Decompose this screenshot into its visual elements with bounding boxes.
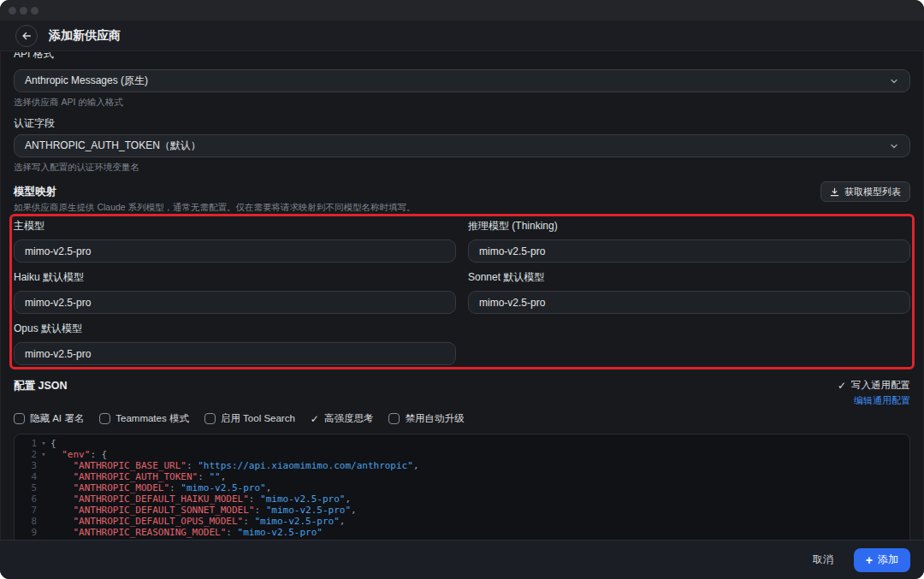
write-common-config-label: 写入通用配置 bbox=[851, 379, 910, 392]
chevron-down-icon bbox=[889, 141, 899, 151]
plus-icon: + bbox=[866, 554, 873, 566]
json-editor[interactable]: 1▾{2▾ "env": {3 "ANTHROPIC_BASE_URL": "h… bbox=[14, 434, 910, 540]
line-number: 6 bbox=[15, 493, 37, 505]
model-mapping-help: 如果供应商原生提供 Claude 系列模型，通常无需配置。仅在需要将请求映射到不… bbox=[14, 202, 910, 213]
auth-field-value: ANTHROPIC_AUTH_TOKEN（默认） bbox=[25, 139, 201, 153]
model-input-value: mimo-v2.5-pro bbox=[25, 297, 91, 309]
line-number: 8 bbox=[15, 516, 37, 527]
add-button[interactable]: + 添加 bbox=[854, 548, 910, 572]
line-number: 5 bbox=[15, 482, 37, 493]
fetch-models-button[interactable]: 获取模型列表 bbox=[820, 181, 910, 202]
api-format-select[interactable]: Anthropic Messages (原生) bbox=[14, 69, 910, 92]
code-line: 5 "ANTHROPIC_MODEL": "mimo-v2.5-pro", bbox=[15, 482, 909, 493]
field-label: 主模型 bbox=[14, 220, 456, 233]
toggle-label: 启用 Tool Search bbox=[221, 412, 295, 425]
window-titlebar bbox=[0, 0, 924, 21]
page-header: 添加新供应商 bbox=[0, 21, 924, 51]
config-toggle-row: 隐藏 AI 署名Teammates 模式启用 Tool Search✓高强度思考… bbox=[14, 412, 910, 425]
back-button[interactable] bbox=[15, 25, 38, 47]
code-text: "ANTHROPIC_AUTH_TOKEN": "", bbox=[50, 471, 909, 482]
model-mapping-grid: 主模型mimo-v2.5-pro推理模型 (Thinking)mimo-v2.5… bbox=[14, 220, 910, 365]
line-number: 1 bbox=[15, 438, 37, 449]
fold-caret-icon[interactable]: ▾ bbox=[37, 438, 50, 449]
fold-caret-icon[interactable]: ▾ bbox=[37, 449, 50, 460]
auth-field-select[interactable]: ANTHROPIC_AUTH_TOKEN（默认） bbox=[14, 134, 910, 157]
model-mapping-field: Haiku 默认模型mimo-v2.5-pro bbox=[14, 271, 456, 314]
toggle-label: 高强度思考 bbox=[324, 412, 374, 425]
code-text: "ANTHROPIC_DEFAULT_SONNET_MODEL": "mimo-… bbox=[50, 505, 909, 516]
field-label: Opus 默认模型 bbox=[14, 322, 456, 335]
config-json-label: 配置 JSON bbox=[14, 379, 68, 393]
field-label: Haiku 默认模型 bbox=[14, 271, 456, 284]
config-toggle[interactable]: Teammates 模式 bbox=[99, 412, 189, 425]
fold-spacer bbox=[37, 527, 50, 538]
code-line: 3 "ANTHROPIC_BASE_URL": "https://api.xia… bbox=[15, 460, 909, 471]
model-mapping-field: Opus 默认模型mimo-v2.5-pro bbox=[14, 322, 456, 365]
traffic-light-close[interactable] bbox=[9, 7, 16, 15]
model-mapping-field: 推理模型 (Thinking)mimo-v2.5-pro bbox=[468, 220, 910, 263]
traffic-light-zoom[interactable] bbox=[31, 7, 38, 15]
check-icon: ✓ bbox=[311, 414, 319, 424]
toggle-label: 隐藏 AI 署名 bbox=[30, 412, 84, 425]
code-line: 4 "ANTHROPIC_AUTH_TOKEN": "", bbox=[15, 471, 909, 482]
toggle-label: 禁用自动升级 bbox=[405, 412, 464, 425]
model-mapping-field: Sonnet 默认模型mimo-v2.5-pro bbox=[468, 271, 910, 314]
code-line: 9 "ANTHROPIC_REASONING_MODEL": "mimo-v2.… bbox=[15, 527, 909, 538]
code-line: 6 "ANTHROPIC_DEFAULT_HAIKU_MODEL": "mimo… bbox=[15, 493, 909, 505]
model-mapping-header: 模型映射 获取模型列表 bbox=[14, 181, 910, 202]
edit-common-config-link[interactable]: 编辑通用配置 bbox=[854, 394, 910, 407]
config-toggle[interactable]: ✓高强度思考 bbox=[311, 412, 374, 425]
model-mapping-title: 模型映射 bbox=[14, 185, 56, 199]
line-number: 2 bbox=[15, 449, 37, 460]
model-input[interactable]: mimo-v2.5-pro bbox=[468, 291, 910, 314]
config-toggle[interactable]: 禁用自动升级 bbox=[388, 412, 464, 425]
model-input-value: mimo-v2.5-pro bbox=[25, 348, 91, 360]
fold-spacer bbox=[37, 482, 50, 493]
model-input-value: mimo-v2.5-pro bbox=[479, 245, 545, 257]
code-text: "env": { bbox=[50, 449, 909, 460]
line-number: 3 bbox=[15, 460, 37, 471]
field-label: Sonnet 默认模型 bbox=[468, 271, 910, 284]
fold-spacer bbox=[37, 460, 50, 471]
config-json-options: ✓ 写入通用配置 编辑通用配置 bbox=[838, 379, 910, 407]
write-common-config-toggle[interactable]: ✓ 写入通用配置 bbox=[838, 379, 910, 392]
model-input[interactable]: mimo-v2.5-pro bbox=[14, 342, 456, 365]
checkbox-icon bbox=[388, 413, 400, 424]
download-icon bbox=[830, 187, 839, 197]
model-mapping-field: 主模型mimo-v2.5-pro bbox=[14, 220, 456, 263]
line-number: 7 bbox=[15, 505, 37, 516]
api-format-label: API 格式 bbox=[14, 52, 910, 61]
clipped-label-wrap: API 格式 bbox=[14, 52, 910, 62]
code-text: "ANTHROPIC_MODEL": "mimo-v2.5-pro", bbox=[50, 482, 909, 493]
model-input[interactable]: mimo-v2.5-pro bbox=[14, 291, 456, 314]
code-text: { bbox=[50, 438, 909, 449]
field-label: 推理模型 (Thinking) bbox=[468, 220, 910, 233]
line-number: 9 bbox=[15, 527, 37, 538]
fold-spacer bbox=[37, 505, 50, 516]
model-input[interactable]: mimo-v2.5-pro bbox=[468, 239, 910, 263]
cancel-button[interactable]: 取消 bbox=[804, 547, 842, 572]
code-text: "ANTHROPIC_DEFAULT_OPUS_MODEL": "mimo-v2… bbox=[50, 516, 909, 527]
code-line: 1▾{ bbox=[15, 438, 909, 449]
config-toggle[interactable]: 启用 Tool Search bbox=[204, 412, 295, 425]
fold-spacer bbox=[37, 516, 50, 527]
config-toggle[interactable]: 隐藏 AI 署名 bbox=[14, 412, 84, 425]
code-text: "ANTHROPIC_REASONING_MODEL": "mimo-v2.5-… bbox=[50, 527, 909, 538]
checkbox-icon bbox=[14, 413, 25, 424]
line-number: 4 bbox=[15, 471, 37, 482]
traffic-light-minimize[interactable] bbox=[20, 7, 27, 15]
add-button-label: 添加 bbox=[878, 552, 898, 567]
code-line: 8 "ANTHROPIC_DEFAULT_OPUS_MODEL": "mimo-… bbox=[15, 516, 909, 527]
api-format-help: 选择供应商 API 的输入格式 bbox=[14, 97, 910, 108]
code-line: 2▾ "env": { bbox=[15, 449, 909, 460]
check-icon: ✓ bbox=[838, 381, 846, 391]
code-text: "ANTHROPIC_BASE_URL": "https://api.xiaom… bbox=[50, 460, 909, 471]
chevron-down-icon bbox=[889, 76, 899, 86]
checkbox-icon bbox=[204, 413, 216, 424]
form-scroll-area[interactable]: API 格式 Anthropic Messages (原生) 选择供应商 API… bbox=[0, 52, 924, 540]
checkbox-icon bbox=[99, 413, 110, 424]
app-window: 添加新供应商 API 格式 Anthropic Messages (原生) 选择… bbox=[0, 0, 924, 579]
model-input[interactable]: mimo-v2.5-pro bbox=[14, 239, 456, 263]
page-title: 添加新供应商 bbox=[49, 28, 121, 44]
auth-field-help: 选择写入配置的认证环境变量名 bbox=[14, 162, 910, 173]
